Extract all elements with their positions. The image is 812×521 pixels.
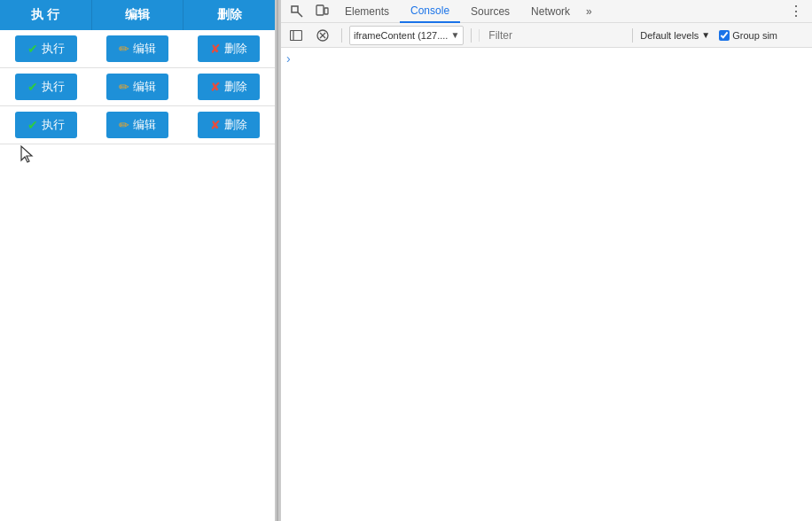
resize-handle[interactable]: [275, 0, 280, 521]
filter-area: [479, 29, 625, 42]
svg-rect-0: [292, 6, 298, 12]
execute-button-2[interactable]: ✔ 执行: [15, 74, 77, 100]
svg-rect-4: [291, 30, 302, 40]
log-levels-label: Default levels: [640, 30, 699, 41]
left-panel: 执 行 编辑 删除 ✔ 执行 ✏ 编辑: [0, 0, 275, 521]
tab-sources[interactable]: Sources: [460, 0, 520, 23]
execute-label-2: 执行: [42, 79, 65, 95]
inspect-icon: [290, 4, 304, 19]
execute-cell-2: ✔ 执行: [0, 68, 91, 106]
clear-console-button[interactable]: [311, 25, 334, 46]
table-row: ✔ 执行 ✏ 编辑 ✘ 删除: [0, 106, 275, 144]
execute-label-1: 执行: [42, 41, 65, 57]
group-similar-checkbox[interactable]: [719, 30, 730, 41]
more-tabs-button[interactable]: »: [581, 4, 597, 19]
context-selector[interactable]: iframeContent (127.... ▼: [349, 26, 464, 45]
table-row: ✔ 执行 ✏ 编辑 ✘ 删除: [0, 30, 275, 68]
toolbar-separator-2: [471, 28, 472, 43]
execute-icon-1: ✔: [27, 42, 38, 56]
edit-label-2: 编辑: [133, 79, 156, 95]
edit-icon-1: ✏: [119, 42, 129, 56]
log-levels-selector[interactable]: Default levels ▼: [640, 30, 710, 41]
tab-network[interactable]: Network: [520, 0, 581, 23]
edit-button-3[interactable]: ✏ 编辑: [106, 112, 168, 138]
delete-icon-2: ✘: [210, 80, 221, 94]
edit-label-1: 编辑: [133, 41, 156, 57]
data-table: 执 行 编辑 删除 ✔ 执行 ✏ 编辑: [0, 0, 275, 144]
mouse-cursor: [20, 144, 44, 169]
execute-icon-3: ✔: [27, 118, 38, 132]
svg-rect-3: [324, 8, 328, 14]
execute-button-3[interactable]: ✔ 执行: [15, 112, 77, 138]
svg-line-1: [298, 12, 302, 17]
delete-cell-3: ✘ 删除: [183, 106, 275, 144]
sidebar-toggle-button[interactable]: [285, 25, 308, 46]
delete-icon-3: ✘: [210, 118, 221, 132]
tab-elements[interactable]: Elements: [334, 0, 400, 23]
inspect-element-button[interactable]: [285, 1, 309, 22]
delete-label-3: 删除: [224, 117, 247, 133]
edit-button-2[interactable]: ✏ 编辑: [106, 74, 168, 100]
console-body: ›: [281, 48, 812, 521]
delete-cell-2: ✘ 删除: [183, 68, 275, 106]
filter-input[interactable]: [485, 29, 625, 42]
edit-cell-2: ✏ 编辑: [91, 68, 183, 106]
context-label: iframeContent (127....: [354, 30, 448, 41]
sidebar-icon: [290, 30, 302, 41]
header-edit: 编辑: [91, 0, 183, 30]
devtools-panel: Elements Console Sources Network » ⋮ ifr…: [280, 0, 812, 521]
settings-icon[interactable]: ⋮: [784, 3, 808, 19]
execute-cell-1: ✔ 执行: [0, 30, 91, 68]
clear-icon: [316, 29, 329, 42]
execute-button-1[interactable]: ✔ 执行: [15, 35, 77, 62]
group-similar-area: Group sim: [719, 30, 777, 41]
edit-icon-2: ✏: [119, 80, 129, 94]
edit-button-1[interactable]: ✏ 编辑: [106, 35, 168, 62]
log-levels-arrow-icon: ▼: [701, 30, 710, 40]
toolbar-separator-1: [341, 28, 342, 43]
tab-console[interactable]: Console: [400, 0, 460, 23]
delete-label-2: 删除: [224, 79, 247, 95]
devtools-tabbar: Elements Console Sources Network » ⋮: [281, 0, 812, 23]
context-arrow-icon: ▼: [450, 30, 459, 40]
console-prompt-arrow[interactable]: ›: [286, 51, 291, 66]
execute-icon-2: ✔: [27, 80, 38, 94]
group-similar-label: Group sim: [732, 30, 777, 41]
device-icon: [315, 4, 329, 19]
execute-cell-3: ✔ 执行: [0, 106, 91, 144]
devtools-tabs: Elements Console Sources Network »: [334, 0, 784, 23]
edit-cell-3: ✏ 编辑: [91, 106, 183, 144]
edit-label-3: 编辑: [133, 117, 156, 133]
header-execute: 执 行: [0, 0, 91, 30]
execute-label-3: 执行: [42, 117, 65, 133]
header-delete: 删除: [183, 0, 275, 30]
console-prompt-row: ›: [281, 48, 812, 69]
edit-icon-3: ✏: [119, 118, 129, 132]
delete-label-1: 删除: [224, 41, 247, 57]
delete-button-1[interactable]: ✘ 删除: [198, 35, 260, 62]
devtools-toolbar: iframeContent (127.... ▼ Default levels …: [281, 23, 812, 48]
delete-button-3[interactable]: ✘ 删除: [198, 112, 260, 138]
table-header-row: 执 行 编辑 删除: [0, 0, 275, 30]
delete-icon-1: ✘: [210, 42, 221, 56]
toolbar-separator-3: [632, 28, 633, 43]
delete-button-2[interactable]: ✘ 删除: [198, 74, 260, 100]
edit-cell-1: ✏ 编辑: [91, 30, 183, 68]
device-toolbar-button[interactable]: [309, 1, 334, 22]
table-row: ✔ 执行 ✏ 编辑 ✘ 删除: [0, 68, 275, 106]
delete-cell-1: ✘ 删除: [183, 30, 275, 68]
svg-rect-2: [316, 5, 324, 15]
